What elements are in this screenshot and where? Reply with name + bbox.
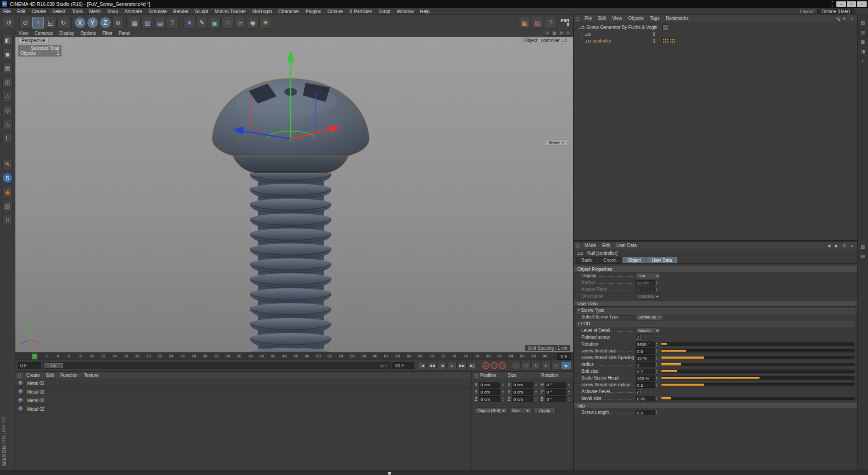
om-menu-bookmarks[interactable]: Bookmarks (663, 16, 692, 21)
lock-y-axis-icon[interactable]: Y (87, 17, 99, 28)
render-visibility-dot[interactable] (653, 28, 655, 29)
value-spinner[interactable]: ▲▼ (655, 356, 659, 360)
activate-bevel-checkbox[interactable]: ✓ (636, 389, 641, 394)
help-icon[interactable]: ? (545, 17, 557, 28)
frame-end-field[interactable]: 90 F (392, 362, 414, 369)
panel-grip-icon[interactable] (475, 373, 478, 378)
screw-thread-size-radius-field[interactable]: 0.2 (636, 382, 655, 388)
materials-menu-edit[interactable]: Edit (43, 373, 57, 378)
radius-field[interactable]: 10 cm (636, 280, 655, 285)
value-spinner[interactable]: ▲▼ (501, 383, 505, 387)
animation-dot-icon[interactable]: ◦ (577, 410, 581, 414)
layer-panel-icon[interactable]: ▨ (859, 253, 866, 259)
timeline-mode-button[interactable]: ▦ (561, 362, 571, 369)
record-rotation-button[interactable]: ↻ (532, 362, 541, 369)
search-icon[interactable] (836, 17, 840, 20)
value-spinner[interactable]: ▲▼ (655, 396, 659, 401)
rotate-tool-icon[interactable]: ↻ (57, 17, 69, 28)
pin-window-icon[interactable]: ▪ (830, 0, 835, 4)
am-menu-user-data[interactable]: User Data (613, 243, 640, 248)
objects-panel-icon[interactable]: ▤ (859, 19, 866, 26)
orientation-dropdown[interactable]: Camera (636, 293, 661, 299)
camera-rotate-icon[interactable]: ↻ (558, 31, 564, 36)
scale-tool-icon[interactable]: ◱ (45, 17, 57, 28)
object-label[interactable]: controller (593, 38, 611, 43)
spline-pen-icon[interactable]: ✎ (196, 17, 208, 28)
coord-mode-dropdown[interactable]: Object (Rel) (475, 408, 507, 414)
radius-slider[interactable] (661, 363, 854, 366)
animation-dot-icon[interactable]: ◦ (577, 280, 581, 285)
menu-edit[interactable]: Edit (14, 8, 28, 14)
menu-mograph[interactable]: MoGraph (249, 8, 275, 14)
animation-dot-icon[interactable]: ◦ (577, 376, 581, 380)
materials-menu-create[interactable]: Create (23, 373, 43, 378)
live-selection-icon[interactable]: ⊙ (19, 17, 31, 28)
add-primitive-cube-icon[interactable]: ■ (184, 17, 195, 28)
animation-dot-icon[interactable]: ◦ (577, 315, 581, 319)
axis-mode-icon[interactable]: L (2, 133, 13, 143)
play-button[interactable]: ▶ (448, 362, 457, 369)
magnet-icon[interactable]: U (2, 215, 13, 225)
viewport-menu-filter[interactable]: Filter (99, 31, 115, 36)
object-row-controller[interactable]: ⊥Ocontroller (574, 38, 857, 44)
am-menu-edit[interactable]: Edit (599, 243, 613, 248)
menu-render[interactable]: Render (170, 8, 192, 14)
coord-field-size-x[interactable]: 0 cm (512, 382, 533, 388)
viewport-menu-panel[interactable]: Panel (116, 31, 134, 36)
value-spinner[interactable]: ▲▼ (655, 280, 659, 285)
material-row-metal-02[interactable]: Metal 02 (15, 405, 471, 413)
animation-dot-icon[interactable]: ◦ (577, 369, 581, 373)
texture-mode-icon[interactable]: ▦ (2, 63, 13, 73)
menu-window[interactable]: Window (394, 8, 417, 14)
screw-thread-size-field[interactable]: 0.6 (636, 348, 655, 354)
camera-pan-icon[interactable]: + (545, 31, 551, 36)
animation-dot-icon[interactable]: ◦ (577, 396, 581, 400)
display-tag-icon[interactable] (662, 24, 668, 30)
viewport-menu-display[interactable]: Display (56, 31, 77, 36)
om-menu-view[interactable]: View (609, 16, 625, 21)
rotation-slider[interactable] (661, 342, 854, 346)
menu-script[interactable]: Script (375, 8, 394, 14)
pin-panel-icon[interactable]: ⊙ (841, 243, 847, 248)
polygons-mode-icon[interactable]: △ (2, 119, 13, 129)
menu-snap[interactable]: Snap (104, 8, 122, 14)
maximize-button[interactable]: □ (847, 1, 856, 7)
menu-animate[interactable]: Animate (121, 8, 145, 14)
scale-screw-head-field[interactable]: 100 % (636, 375, 655, 381)
selection-tag-icon[interactable] (670, 38, 675, 44)
minimize-button[interactable]: ─ (836, 1, 846, 7)
panel-menu-icon[interactable]: ≡ (849, 243, 855, 248)
menu-file[interactable]: File (0, 8, 14, 14)
animation-dot-icon[interactable]: ◦ (577, 349, 581, 353)
lock-x-axis-icon[interactable]: X (74, 17, 86, 28)
value-spinner[interactable]: ▲▼ (655, 376, 659, 380)
value-spinner[interactable]: ▲▼ (655, 342, 659, 347)
menu-create[interactable]: Create (28, 8, 49, 14)
coord-field-rotation-h[interactable]: 0 ° (545, 382, 566, 388)
value-spinner[interactable]: ▲▼ (534, 390, 538, 394)
content-browser-icon[interactable]: ▦ (859, 38, 866, 45)
layout-dropdown[interactable]: Octane (User) (817, 9, 854, 14)
menu-simulate[interactable]: Simulate (145, 8, 170, 14)
tab-user-data[interactable]: User Data (646, 257, 677, 263)
scale-screw-head-slider[interactable] (661, 376, 854, 380)
coord-field-size-z[interactable]: 0 cm (512, 396, 533, 402)
range-start-handle[interactable]: 0 F (44, 363, 63, 368)
animation-dot-icon[interactable]: ◦ (577, 342, 581, 346)
current-frame-field[interactable]: 0 F (557, 353, 571, 360)
octane-render-icon[interactable]: ▦ (519, 17, 530, 28)
value-spinner[interactable]: ▲▼ (655, 287, 659, 292)
aspect-ratio-field[interactable]: 1 (636, 287, 655, 292)
model-mode-icon[interactable]: ◼ (2, 49, 13, 59)
autokeying-button[interactable]: ● (491, 362, 498, 369)
display-dropdown[interactable]: Dot (636, 273, 661, 279)
record-pla-button[interactable]: ≈ (552, 362, 561, 369)
editor-visibility-dot[interactable] (653, 25, 655, 27)
animation-dot-icon[interactable]: ◦ (577, 287, 581, 291)
value-spinner[interactable]: ▲▼ (501, 390, 505, 394)
am-menu-mode[interactable]: Mode (581, 243, 599, 248)
value-spinner[interactable]: ▲▼ (655, 349, 659, 353)
value-spinner[interactable]: ▲▼ (655, 383, 659, 387)
tab-coord[interactable]: Coord. (598, 257, 622, 263)
animation-dot-icon[interactable]: ◦ (577, 294, 581, 298)
